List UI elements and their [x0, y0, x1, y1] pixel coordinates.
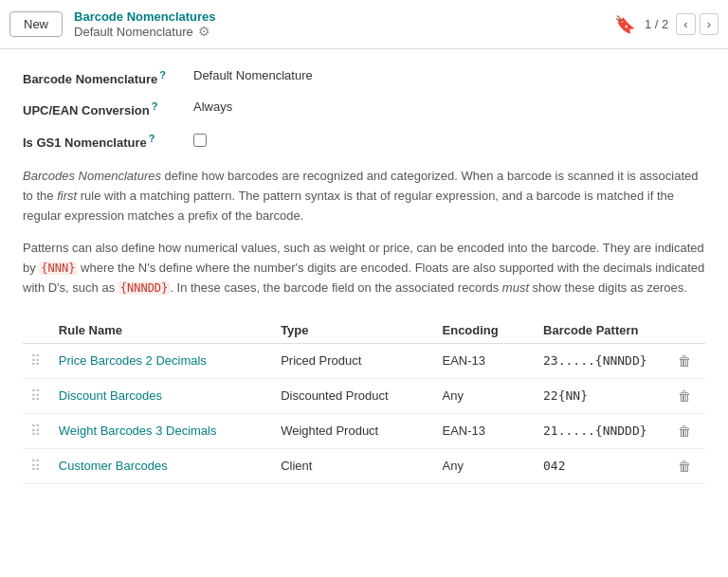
rule-delete-cell: 🗑 [666, 448, 705, 483]
col-header-pattern: Barcode Pattern [536, 317, 666, 344]
rules-table-section: Rule Name Type Encoding Barcode Pattern … [23, 317, 705, 484]
gear-icon[interactable]: ⚙ [198, 24, 210, 39]
prev-button[interactable]: ‹ [676, 13, 695, 35]
gs1-label: Is GS1 Nomenclature? [23, 132, 193, 150]
gs1-checkbox[interactable] [193, 134, 207, 147]
barcode-nomenclature-label: Barcode Nomenclature? [23, 68, 193, 86]
col-header-drag [23, 317, 51, 344]
table-header-row: Rule Name Type Encoding Barcode Pattern [23, 317, 705, 344]
drag-handle-icon[interactable]: ⠿ [30, 458, 41, 474]
rule-name-cell: Price Barcodes 2 Decimals [51, 343, 273, 378]
drag-handle-cell: ⠿ [23, 448, 51, 483]
col-header-action [666, 317, 705, 344]
breadcrumb-parent-link[interactable]: Barcode Nomenclatures [74, 9, 614, 24]
rule-name-cell: Discount Barcodes [51, 378, 273, 413]
rule-delete-cell: 🗑 [666, 343, 705, 378]
rule-name-cell: Weight Barcodes 3 Decimals [51, 413, 273, 448]
description-para2: Patterns can also define how numerical v… [23, 239, 705, 298]
description-para1: Barcodes Nomenclatures define how barcod… [23, 167, 705, 225]
table-row: ⠿ Weight Barcodes 3 Decimals Weighted Pr… [23, 413, 705, 448]
rule-type-cell: Weighted Product [273, 413, 434, 448]
page-info: 1 / 2 [645, 17, 668, 31]
col-header-type: Type [273, 317, 434, 344]
drag-handle-icon[interactable]: ⠿ [30, 388, 41, 404]
code-nnn: {NNN} [39, 261, 77, 275]
upc-ean-label: UPC/EAN Conversion? [23, 99, 193, 117]
table-row: ⠿ Price Barcodes 2 Decimals Priced Produ… [23, 343, 705, 378]
bookmark-icon[interactable]: 🔖 [614, 14, 635, 35]
rule-encoding-cell: Any [435, 378, 537, 413]
header-right: 🔖 1 / 2 ‹ › [614, 13, 719, 35]
barcode-nomenclature-value: Default Nomenclature [193, 68, 313, 82]
breadcrumb: Barcode Nomenclatures Default Nomenclatu… [74, 9, 614, 39]
next-button[interactable]: › [700, 13, 719, 35]
drag-handle-icon[interactable]: ⠿ [30, 423, 41, 439]
rule-encoding-cell: EAN-13 [435, 343, 537, 378]
barcode-nomenclature-row: Barcode Nomenclature? Default Nomenclatu… [23, 68, 705, 86]
rule-pattern-cell: 23.....{NNNDD} [536, 343, 666, 378]
delete-button[interactable]: 🗑 [674, 352, 695, 370]
rule-type-cell: Client [273, 448, 434, 483]
rule-name-link[interactable]: Customer Barcodes [59, 459, 168, 473]
col-header-name: Rule Name [51, 317, 273, 344]
rule-type-cell: Priced Product [273, 343, 434, 378]
drag-handle-cell: ⠿ [23, 378, 51, 413]
drag-handle-cell: ⠿ [23, 343, 51, 378]
table-row: ⠿ Customer Barcodes Client Any 042 🗑 [23, 448, 705, 483]
rule-delete-cell: 🗑 [666, 413, 705, 448]
new-button[interactable]: New [9, 11, 63, 37]
header: New Barcode Nomenclatures Default Nomenc… [0, 0, 728, 49]
delete-button[interactable]: 🗑 [674, 387, 695, 406]
rule-name-link[interactable]: Weight Barcodes 3 Decimals [59, 424, 217, 438]
gs1-row: Is GS1 Nomenclature? [23, 132, 705, 150]
rule-delete-cell: 🗑 [666, 378, 705, 413]
delete-button[interactable]: 🗑 [674, 422, 695, 441]
rule-name-link[interactable]: Discount Barcodes [59, 388, 162, 403]
rule-name-cell: Customer Barcodes [51, 448, 273, 483]
rule-pattern-cell: 22{NN} [536, 378, 666, 413]
rule-pattern-cell: 21.....{NNDDD} [536, 413, 666, 448]
delete-button[interactable]: 🗑 [674, 457, 695, 476]
rule-pattern-cell: 042 [536, 448, 666, 483]
main-content: Barcode Nomenclature? Default Nomenclatu… [0, 49, 728, 503]
col-header-encoding: Encoding [435, 317, 537, 344]
code-nnndd: {NNNDD} [118, 281, 171, 295]
rules-table: Rule Name Type Encoding Barcode Pattern … [23, 317, 705, 484]
rule-encoding-cell: Any [435, 448, 537, 483]
rule-type-cell: Discounted Product [273, 378, 434, 413]
breadcrumb-current: Default Nomenclature [74, 25, 193, 39]
upc-ean-value: Always [193, 99, 232, 114]
drag-handle-cell: ⠿ [23, 413, 51, 448]
breadcrumb-sub: Default Nomenclature ⚙ [74, 24, 614, 39]
drag-handle-icon[interactable]: ⠿ [30, 352, 41, 369]
upc-ean-row: UPC/EAN Conversion? Always [23, 99, 705, 117]
rule-encoding-cell: EAN-13 [435, 413, 537, 448]
rule-name-link[interactable]: Price Barcodes 2 Decimals [59, 353, 207, 368]
form-section: Barcode Nomenclature? Default Nomenclatu… [23, 68, 705, 150]
table-row: ⠿ Discount Barcodes Discounted Product A… [23, 378, 705, 413]
gs1-checkbox-wrapper [193, 132, 207, 150]
